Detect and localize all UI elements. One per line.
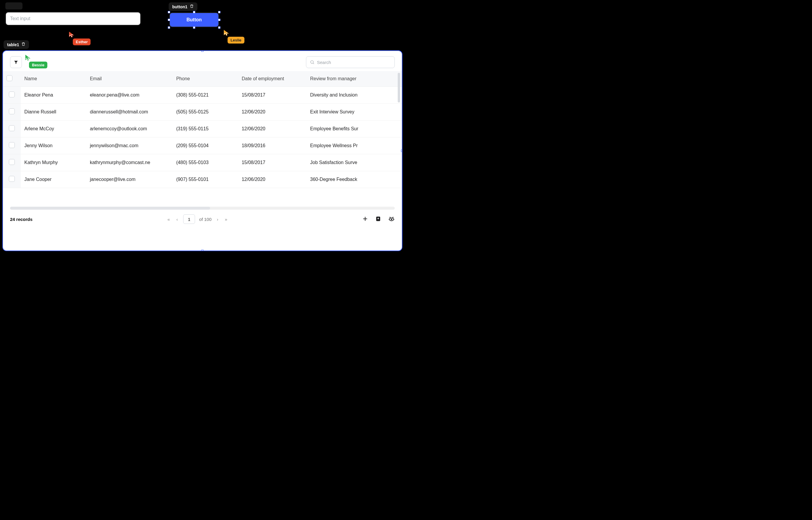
cursor-bessie: Bessie (25, 54, 47, 69)
cell-email: janecooper@live.com (86, 171, 173, 188)
col-phone[interactable]: Phone (172, 71, 238, 87)
table-row[interactable]: Jenny Wilsonjennywilson@mac.com(209) 555… (3, 137, 402, 154)
selection-handle[interactable] (401, 50, 402, 52)
selection-handle[interactable] (201, 50, 204, 52)
download-button[interactable] (375, 216, 381, 223)
filter-button[interactable] (10, 56, 22, 68)
row-checkbox[interactable] (9, 159, 15, 165)
selection-handle[interactable] (168, 19, 170, 21)
page-next-button[interactable]: › (216, 215, 220, 223)
cursor-label: Esther (73, 38, 90, 45)
cursor-esther: Esther (69, 31, 90, 45)
table-scroll: Name Email Phone Date of employment Revi… (3, 71, 402, 204)
filter-icon (13, 60, 18, 64)
cell-email: diannerussell@hotmail.com (86, 104, 173, 121)
table-row[interactable]: Kathryn Murphykathrynmurphy@comcast.ne(4… (3, 154, 402, 171)
row-checkbox[interactable] (9, 176, 15, 182)
selection-handle[interactable] (193, 11, 195, 13)
svg-point-0 (311, 61, 313, 63)
selection-handle[interactable] (2, 250, 4, 251)
row-checkbox[interactable] (9, 108, 15, 114)
row-checkbox[interactable] (9, 142, 15, 148)
table1-pill-label: table1 (7, 42, 19, 47)
col-review[interactable]: Review from manager (307, 71, 402, 87)
row-checkbox[interactable] (9, 125, 15, 131)
button1-pill-label: button1 (172, 4, 187, 9)
selection-handle[interactable] (218, 26, 221, 29)
cell-phone: (319) 555-0115 (172, 121, 238, 137)
plus-icon (362, 216, 368, 222)
cell-review: Diversity and Inclusion (307, 87, 402, 104)
visibility-button[interactable] (388, 216, 395, 223)
svg-point-4 (391, 218, 392, 220)
table-row[interactable]: Arlene McCoyarlenemccoy@outlook.com(319)… (3, 121, 402, 137)
search-input[interactable] (317, 60, 391, 65)
add-row-button[interactable] (362, 216, 368, 223)
cell-name: Jane Cooper (21, 171, 86, 188)
text-input[interactable] (5, 12, 141, 25)
cell-phone: (480) 555-0103 (172, 154, 238, 171)
row-checkbox[interactable] (9, 92, 15, 98)
button1-text: Button (187, 17, 202, 22)
cell-date: 12/06/2020 (238, 104, 307, 121)
cell-review: Exit Interview Survey (307, 104, 402, 121)
cursor-icon (25, 54, 31, 61)
selection-handle[interactable] (218, 19, 221, 21)
cell-name: Eleanor Pena (21, 87, 86, 104)
cell-name: Dianne Russell (21, 104, 86, 121)
select-all-checkbox[interactable] (6, 75, 12, 81)
cell-date: 15/08/2017 (238, 87, 307, 104)
button1-component: Button (169, 12, 219, 27)
trash-icon[interactable] (190, 4, 194, 9)
selection-handle[interactable] (168, 11, 170, 13)
page-last-button[interactable]: » (224, 215, 228, 223)
button1-pill[interactable]: button1 (169, 2, 197, 11)
text-input-component (5, 12, 141, 25)
vertical-scrollbar[interactable] (398, 73, 400, 102)
download-icon (375, 216, 381, 222)
table-row[interactable]: Jane Cooperjanecooper@live.com(907) 555-… (3, 171, 402, 188)
selection-handle[interactable] (201, 250, 204, 251)
cell-review: Job Satisfaction Surve (307, 154, 402, 171)
col-email[interactable]: Email (86, 71, 173, 87)
col-name[interactable]: Name (21, 71, 86, 87)
page-first-button[interactable]: « (166, 215, 171, 223)
horizontal-scrollbar[interactable] (10, 207, 395, 210)
cell-name: Jenny Wilson (21, 137, 86, 154)
selection-handle[interactable] (193, 26, 195, 29)
page-prev-button[interactable]: ‹ (175, 215, 179, 223)
trash-icon[interactable] (21, 42, 25, 47)
horizontal-scrollbar-thumb[interactable] (10, 207, 210, 210)
cell-email: arlenemccoy@outlook.com (86, 121, 173, 137)
cell-phone: (907) 555-0101 (172, 171, 238, 188)
svg-point-3 (392, 217, 393, 218)
search-box[interactable] (306, 56, 395, 68)
table-row[interactable]: Eleanor Penaeleanor.pena@live.com(308) 5… (3, 87, 402, 104)
selection-handle[interactable] (401, 250, 402, 251)
table-toolbar: Bessie (3, 51, 402, 71)
eye-icon (388, 216, 395, 222)
cursor-leslie: Leslie (223, 30, 245, 44)
cursor-label: Bessie (29, 61, 47, 69)
cell-date: 12/06/2020 (238, 171, 307, 188)
button1[interactable]: Button (169, 12, 219, 27)
cell-phone: (505) 555-0125 (172, 104, 238, 121)
table1-pill[interactable]: table1 (4, 40, 29, 49)
table-row[interactable]: Dianne Russelldiannerussell@hotmail.com(… (3, 104, 402, 121)
selection-handle[interactable] (2, 50, 4, 52)
selection-handle[interactable] (218, 11, 221, 13)
data-table: Name Email Phone Date of employment Revi… (3, 71, 402, 188)
page-input[interactable] (183, 214, 195, 224)
table-header-row: Name Email Phone Date of employment Revi… (3, 71, 402, 87)
cell-phone: (209) 555-0104 (172, 137, 238, 154)
svg-point-2 (389, 217, 390, 218)
cell-date: 15/08/2017 (238, 154, 307, 171)
cell-email: kathrynmurphy@comcast.ne (86, 154, 173, 171)
col-date[interactable]: Date of employment (238, 71, 307, 87)
cell-review: Employee Benefits Sur (307, 121, 402, 137)
cell-email: jennywilson@mac.com (86, 137, 173, 154)
cell-review: Employee Wellness Pr (307, 137, 402, 154)
search-icon (310, 60, 314, 64)
selection-handle[interactable] (168, 26, 170, 29)
table-footer: 24 records « ‹ of 100 › » (3, 210, 402, 229)
